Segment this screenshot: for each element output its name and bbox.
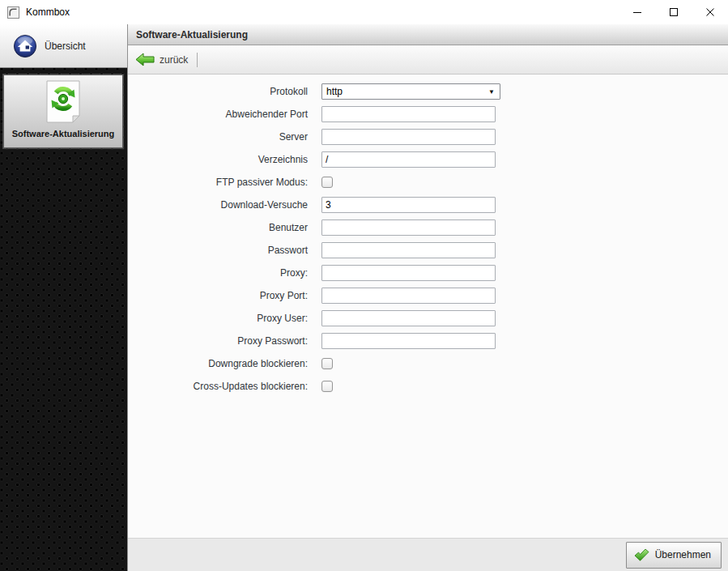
- maximize-icon: [670, 8, 678, 16]
- text-input[interactable]: [321, 288, 496, 304]
- form-row: Download-Versuche: [128, 194, 728, 216]
- form-row: Verzeichnis: [128, 148, 728, 171]
- form-row: Protokoll http ▼: [128, 80, 728, 103]
- form-rows: Protokoll http ▼ Abweichender Port Serve…: [128, 80, 728, 398]
- text-input[interactable]: [321, 265, 496, 281]
- form-row: Abweichender Port: [128, 103, 728, 126]
- form-row: FTP passiver Modus:: [128, 171, 728, 194]
- protocol-select[interactable]: http ▼: [321, 83, 500, 100]
- sidebar-item-overview[interactable]: Übersicht: [0, 24, 127, 68]
- field-label: Proxy:: [128, 267, 308, 279]
- text-input[interactable]: [321, 242, 496, 258]
- field-label: Downgrade blockieren:: [128, 358, 308, 369]
- form-row: Downgrade blockieren:: [128, 352, 728, 375]
- field-label: Server: [128, 131, 308, 143]
- close-icon: [706, 8, 714, 16]
- form-row: Benutzer: [128, 216, 728, 239]
- field-label: Benutzer: [128, 222, 308, 233]
- apply-button[interactable]: Übernehmen: [626, 542, 722, 569]
- footer-bar: Übernehmen: [128, 538, 728, 571]
- sidebar-item-overview-label: Übersicht: [45, 40, 86, 52]
- form-row: Proxy Port:: [128, 284, 728, 307]
- close-button[interactable]: [692, 0, 728, 24]
- field-label: FTP passiver Modus:: [128, 177, 308, 188]
- app-window: Kommbox: [0, 0, 728, 571]
- field-label: Verzeichnis: [128, 154, 308, 165]
- field-label: Proxy Passwort:: [128, 335, 308, 347]
- text-input[interactable]: [321, 197, 496, 213]
- text-input[interactable]: [321, 333, 496, 349]
- field-label: Protokoll: [128, 86, 308, 97]
- chevron-down-icon: ▼: [488, 88, 495, 96]
- form-row: Proxy Passwort:: [128, 330, 728, 352]
- checkbox[interactable]: [321, 358, 333, 369]
- form-area: Protokoll http ▼ Abweichender Port Serve…: [128, 75, 728, 538]
- checkmark-icon: [634, 548, 649, 561]
- text-input[interactable]: [321, 151, 496, 168]
- app-window-icon: [7, 6, 19, 19]
- field-label: Cross-Updates blockieren:: [128, 381, 308, 392]
- back-arrow-icon: [135, 53, 155, 66]
- checkbox[interactable]: [321, 177, 333, 188]
- page-title-bar: Software-Aktualisierung: [128, 24, 728, 45]
- sidebar: Übersicht: [0, 24, 127, 571]
- form-row: Server: [128, 126, 728, 148]
- form-row: Proxy:: [128, 262, 728, 284]
- field-label: Download-Versuche: [128, 199, 308, 211]
- toolbar: zurück: [128, 45, 728, 75]
- field-label: Passwort: [128, 245, 308, 256]
- select-value: http: [326, 86, 343, 97]
- field-label: Abweichender Port: [128, 109, 308, 120]
- back-button[interactable]: zurück: [135, 53, 188, 66]
- toolbar-separator: [197, 53, 198, 67]
- text-input[interactable]: [321, 129, 496, 145]
- back-button-label: zurück: [160, 54, 188, 66]
- home-icon: [13, 34, 37, 58]
- field-label: Proxy Port:: [128, 290, 308, 301]
- field-label: Proxy User:: [128, 313, 308, 324]
- text-input[interactable]: [321, 310, 496, 326]
- form-row: Passwort: [128, 239, 728, 262]
- main-panel: Software-Aktualisierung zurück: [127, 24, 728, 571]
- apply-button-label: Übernehmen: [655, 549, 711, 560]
- minimize-button[interactable]: [619, 0, 655, 24]
- sidebar-item-software-update[interactable]: Software-Aktualisierung: [3, 75, 123, 148]
- window-title: Kommbox: [26, 6, 70, 18]
- text-input[interactable]: [321, 106, 496, 122]
- software-update-icon: [46, 80, 80, 126]
- sidebar-item-software-update-label: Software-Aktualisierung: [12, 129, 115, 138]
- form-row: Cross-Updates blockieren:: [128, 375, 728, 398]
- page-title: Software-Aktualisierung: [136, 29, 248, 40]
- titlebar: Kommbox: [0, 0, 728, 24]
- form-row: Proxy User:: [128, 307, 728, 330]
- text-input[interactable]: [321, 219, 496, 236]
- minimize-icon: [633, 8, 641, 16]
- checkbox[interactable]: [321, 381, 333, 392]
- maximize-button[interactable]: [655, 0, 692, 24]
